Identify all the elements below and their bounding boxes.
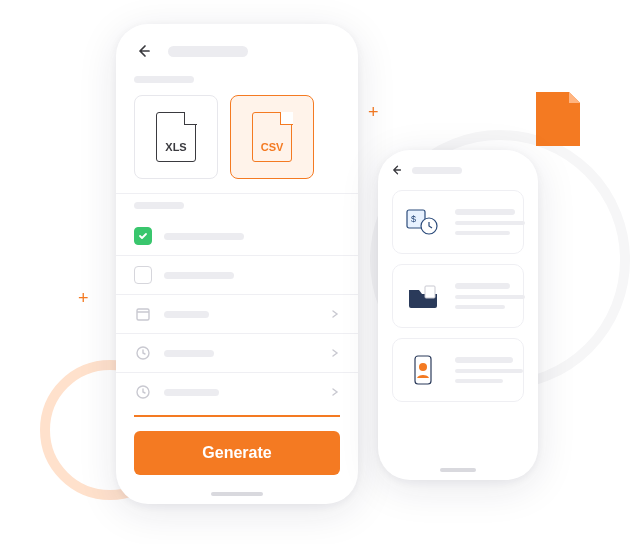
generate-button[interactable]: Generate: [134, 431, 340, 475]
calendar-icon: [134, 305, 152, 323]
option-label: [164, 272, 234, 279]
clock-icon: [134, 383, 152, 401]
file-csv-icon: CSV: [252, 112, 292, 162]
card-title: [455, 283, 510, 289]
row-label: [164, 311, 209, 318]
home-indicator: [211, 492, 263, 496]
option-row-unchecked[interactable]: [116, 256, 358, 294]
row-label: [164, 389, 219, 396]
svg-point-8: [419, 363, 427, 371]
card-line: [455, 231, 510, 235]
phone-export-settings: XLS CSV: [116, 24, 358, 504]
format-label: XLS: [165, 141, 186, 153]
section-label: [134, 76, 194, 83]
report-card[interactable]: $: [392, 190, 524, 254]
clock-icon: [134, 344, 152, 362]
page-title: [412, 167, 462, 174]
generate-label: Generate: [202, 444, 271, 462]
page-title: [168, 46, 248, 57]
time-row[interactable]: [116, 334, 358, 372]
svg-rect-6: [425, 286, 435, 298]
card-line: [455, 369, 523, 373]
back-arrow-icon[interactable]: [390, 164, 402, 176]
card-line: [455, 295, 525, 299]
checkbox-checked-icon[interactable]: [134, 227, 152, 245]
card-line: [455, 305, 505, 309]
file-icon: [536, 92, 580, 146]
folder-icon: [405, 275, 441, 317]
plus-decor-icon: +: [78, 288, 89, 309]
chevron-right-icon: [330, 383, 340, 401]
row-label: [164, 350, 214, 357]
report-card[interactable]: [392, 338, 524, 402]
card-line: [455, 379, 503, 383]
card-title: [455, 357, 513, 363]
option-row-checked[interactable]: [116, 217, 358, 255]
chevron-right-icon: [330, 305, 340, 323]
person-phone-icon: [405, 349, 441, 391]
time-row[interactable]: [116, 373, 358, 411]
date-row[interactable]: [116, 295, 358, 333]
option-label: [164, 233, 244, 240]
accent-divider: [134, 415, 340, 417]
svg-rect-0: [137, 309, 149, 320]
phone-reports-list: $: [378, 150, 538, 480]
calendar-clock-icon: $: [405, 201, 441, 243]
file-xls-icon: XLS: [156, 112, 196, 162]
chevron-right-icon: [330, 344, 340, 362]
report-card[interactable]: [392, 264, 524, 328]
format-option-csv[interactable]: CSV: [230, 95, 314, 179]
back-arrow-icon[interactable]: [134, 42, 152, 60]
card-title: [455, 209, 515, 215]
format-label: CSV: [261, 141, 284, 153]
section-label: [134, 202, 184, 209]
format-option-xls[interactable]: XLS: [134, 95, 218, 179]
home-indicator: [440, 468, 476, 472]
svg-text:$: $: [411, 214, 416, 224]
checkbox-unchecked-icon[interactable]: [134, 266, 152, 284]
card-line: [455, 221, 525, 225]
plus-decor-icon: +: [368, 102, 379, 123]
